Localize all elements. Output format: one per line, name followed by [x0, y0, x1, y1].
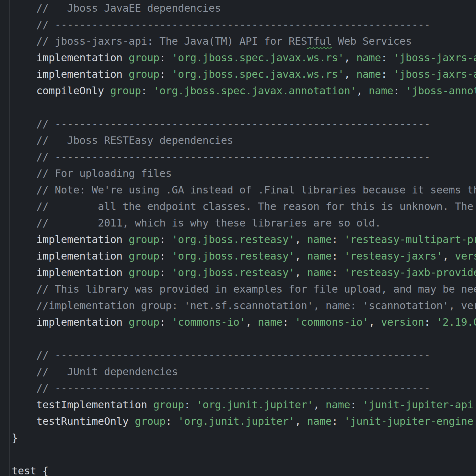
- code-line: testImplementation group: 'org.junit.jup…: [12, 397, 476, 413]
- code-line: // Note: We're using .GA instead of .Fin…: [12, 182, 476, 198]
- code-line: // -------------------------------------…: [12, 116, 476, 132]
- code-line: // Jboss JavaEE dependencies: [12, 0, 476, 17]
- code-line: implementation group: 'org.jboss.resteas…: [12, 264, 476, 281]
- code-line: implementation group: 'commons-io', name…: [12, 314, 476, 331]
- code-line: [12, 99, 476, 116]
- code-line: compileOnly group: 'org.jboss.spec.javax…: [12, 83, 476, 99]
- code-line: [12, 331, 476, 347]
- code-line: implementation group: 'org.jboss.spec.ja…: [12, 50, 476, 66]
- code-line: // -------------------------------------…: [12, 380, 476, 397]
- code-line: implementation group: 'org.jboss.resteas…: [12, 231, 476, 248]
- code-line: [12, 446, 476, 463]
- code-line: // jboss-jaxrs-api: The Java(TM) API for…: [12, 33, 476, 50]
- editor-gutter[interactable]: [0, 0, 10, 476]
- typo-squiggle-word: Tful: [307, 35, 332, 47]
- code-line: //implementation group: 'net.sf.scannota…: [12, 297, 476, 314]
- code-line: // all the endpoint classes. The reason …: [12, 198, 476, 215]
- code-line: // Jboss RESTEasy dependencies: [12, 132, 476, 149]
- code-line: // For uploading files: [12, 165, 476, 182]
- code-line: // 2011, which is why these libraries ar…: [12, 215, 476, 231]
- code-line: implementation group: 'org.jboss.resteas…: [12, 248, 476, 264]
- code-line: // -------------------------------------…: [12, 17, 476, 33]
- code-line: test {: [12, 463, 476, 476]
- code-line: testRuntimeOnly group: 'org.junit.jupite…: [12, 413, 476, 430]
- code-line: // This library was provided in examples…: [12, 281, 476, 297]
- code-line: // -------------------------------------…: [12, 347, 476, 364]
- code-line: implementation group: 'org.jboss.spec.ja…: [12, 66, 476, 83]
- code-line: }: [12, 430, 476, 446]
- code-editor[interactable]: // Jboss JavaEE dependencies // --------…: [0, 0, 476, 476]
- code-line: // JUnit dependencies: [12, 364, 476, 380]
- code-content[interactable]: // Jboss JavaEE dependencies // --------…: [12, 0, 476, 476]
- code-line: // -------------------------------------…: [12, 149, 476, 165]
